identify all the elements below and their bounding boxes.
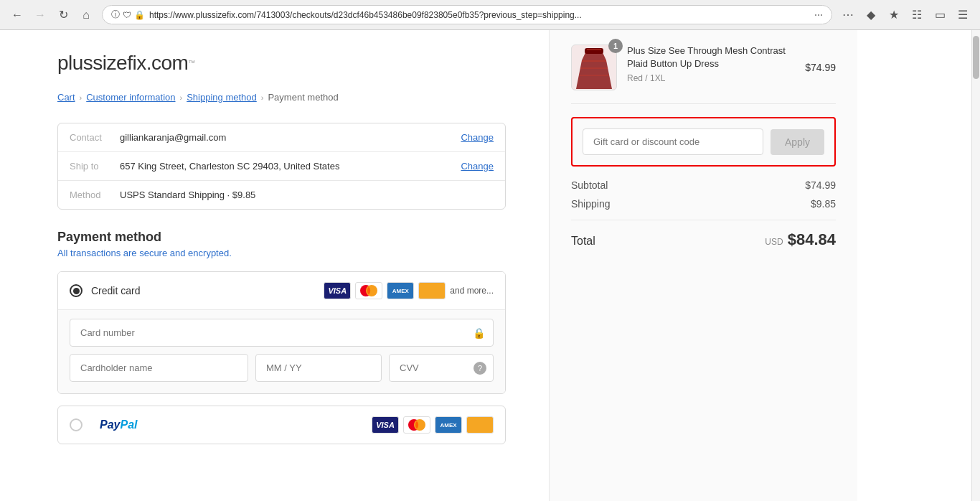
contact-value: gilliankaranja@gmail.com (120, 132, 461, 143)
breadcrumb-shipping[interactable]: Shipping method (187, 92, 257, 103)
subtotal-row: Subtotal $74.99 (571, 179, 836, 191)
card-number-wrapper: 🔒 (70, 319, 494, 347)
logo: plussizefix.com™ (57, 52, 506, 75)
cvv-help-icon[interactable]: ? (473, 362, 486, 375)
breadcrumb: Cart › Customer information › Shipping m… (57, 92, 506, 103)
expiry-input[interactable] (255, 354, 382, 382)
address-bar[interactable]: ⓘ 🛡 🔒 https://www.plussizefix.com/741300… (102, 5, 832, 24)
menu-button[interactable]: ☰ (953, 5, 973, 25)
method-label: Method (70, 189, 120, 200)
more-icon: ⋯ (814, 10, 823, 20)
browser-chrome: ← → ↻ ⌂ ⓘ 🛡 🔒 https://www.plussizefix.co… (0, 0, 980, 30)
subtotal-label: Subtotal (571, 179, 608, 191)
total-right: USD $84.84 (765, 230, 836, 249)
method-value: USPS Standard Shipping · $9.85 (120, 189, 494, 200)
secure-text: All transactions are secure and encrypte… (57, 248, 232, 258)
paypal-logo: PayPal (100, 418, 137, 431)
cvv-wrapper: ? (389, 354, 494, 382)
shield-icon: 🛡 (123, 10, 131, 20)
product-variant: Red / 1XL (627, 73, 795, 83)
amex-icon: AMEX (387, 282, 414, 299)
scrollbar-thumb[interactable] (973, 36, 979, 79)
svg-rect-9 (579, 75, 609, 76)
discount-box: Apply (571, 117, 836, 167)
card-icons: VISA AMEX and more... (324, 282, 494, 299)
visa-icon: VISA (324, 282, 351, 299)
paypal-card-icons: VISA AMEX (372, 416, 494, 434)
page-container: plussizefix.com™ Cart › Customer informa… (0, 30, 980, 501)
card-extra-row: ? (70, 354, 494, 382)
total-label: Total (571, 235, 595, 248)
shipping-label: Shipping (571, 198, 611, 210)
svg-rect-7 (582, 60, 606, 62)
ship-to-change[interactable]: Change (461, 161, 494, 172)
credit-card-option[interactable]: Credit card VISA AMEX and more... (58, 272, 505, 309)
pocket-button[interactable]: ◆ (861, 5, 881, 25)
more-tools-button[interactable]: ⋯ (838, 5, 858, 25)
lock-field-icon: 🔒 (473, 327, 485, 339)
card-fields: 🔒 ? (58, 309, 505, 393)
method-row: Method USPS Standard Shipping · $9.85 (58, 181, 505, 209)
info-icon: ⓘ (111, 9, 120, 21)
breadcrumb-cart[interactable]: Cart (57, 92, 75, 103)
url-text: https://www.plussizefix.com/7413003/chec… (149, 10, 810, 20)
shipping-value: $9.85 (811, 198, 836, 210)
shipping-row: Shipping $9.85 (571, 198, 836, 210)
svg-rect-8 (580, 67, 608, 69)
apply-button[interactable]: Apply (771, 129, 824, 155)
mastercard-icon (355, 282, 382, 299)
paypal-mc-icon (403, 416, 430, 434)
payment-subtitle: All transactions are secure and encrypte… (57, 248, 506, 258)
cardholder-input[interactable] (70, 354, 248, 382)
product-price: $74.99 (805, 62, 836, 73)
product-badge: 1 (608, 39, 623, 53)
paypal-radio[interactable] (70, 418, 83, 431)
generic-card-icon (418, 282, 446, 299)
ship-to-value: 657 King Street, Charleston SC 29403, Un… (120, 161, 461, 172)
left-panel: plussizefix.com™ Cart › Customer informa… (0, 30, 549, 501)
card-number-input[interactable] (70, 319, 494, 347)
product-image (571, 45, 617, 90)
library-button[interactable]: ☷ (907, 5, 927, 25)
paypal-option[interactable]: PayPal VISA AMEX (57, 406, 506, 444)
contact-change[interactable]: Change (461, 132, 494, 143)
product-row: 1 Plus Size See Through Mesh Contrast Pl… (571, 45, 836, 104)
breadcrumb-sep-3: › (261, 93, 264, 102)
product-info: Plus Size See Through Mesh Contrast Plai… (627, 45, 795, 83)
credit-card-box: Credit card VISA AMEX and more... (57, 271, 506, 394)
synced-tabs-button[interactable]: ▭ (930, 5, 950, 25)
breadcrumb-payment: Payment method (268, 92, 338, 103)
paypal-amex-icon: AMEX (435, 416, 462, 434)
summary-divider (571, 220, 836, 220)
radio-inner (73, 288, 80, 294)
total-row: Total USD $84.84 (571, 230, 836, 249)
credit-card-label: Credit card (91, 285, 324, 296)
and-more-text: and more... (450, 286, 494, 296)
dress-svg (576, 46, 612, 89)
subtotal-value: $74.99 (805, 179, 836, 191)
total-currency: USD (765, 237, 783, 247)
order-info-box: Contact gilliankaranja@gmail.com Change … (57, 123, 506, 210)
browser-actions: ⋯ ◆ ★ ☷ ▭ ☰ (838, 5, 973, 25)
logo-text: plussizefix.com (57, 52, 188, 74)
back-button[interactable]: ← (7, 5, 27, 25)
ship-to-row: Ship to 657 King Street, Charleston SC 2… (58, 152, 505, 181)
bookmark-button[interactable]: ★ (884, 5, 904, 25)
breadcrumb-sep-2: › (180, 93, 183, 102)
scrollbar[interactable] (971, 30, 980, 501)
breadcrumb-customer-info[interactable]: Customer information (86, 92, 175, 103)
payment-section-title: Payment method (57, 230, 506, 245)
right-panel: 1 Plus Size See Through Mesh Contrast Pl… (549, 30, 857, 501)
lock-icon: 🔒 (134, 10, 145, 20)
logo-tm: ™ (188, 59, 195, 67)
forward-button[interactable]: → (30, 5, 50, 25)
paypal-visa-icon: VISA (372, 416, 399, 434)
credit-card-radio[interactable] (70, 284, 83, 297)
home-button[interactable]: ⌂ (76, 5, 96, 25)
ship-to-label: Ship to (70, 161, 120, 172)
security-icons: ⓘ 🛡 🔒 (111, 9, 145, 21)
svg-marker-4 (576, 50, 612, 89)
reload-button[interactable]: ↻ (53, 5, 73, 25)
paypal-generic-icon (466, 416, 494, 434)
discount-input[interactable] (583, 128, 763, 155)
